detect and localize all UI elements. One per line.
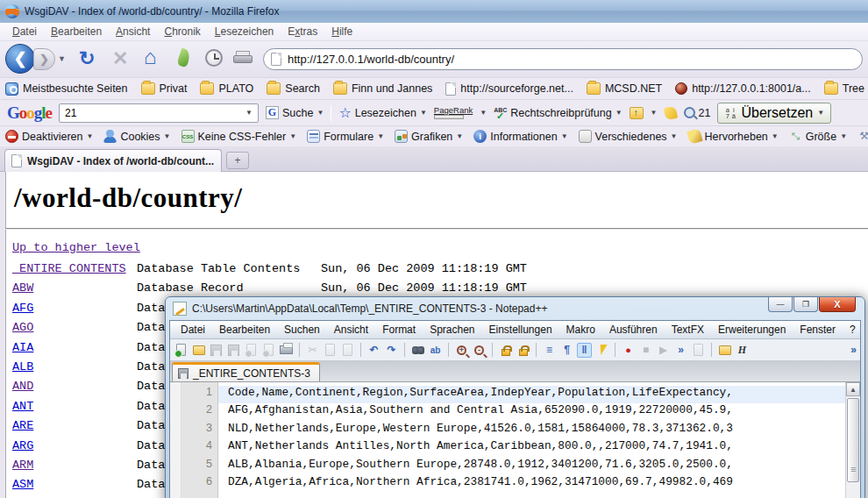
np-menu-item-sprachen[interactable]: Sprachen xyxy=(423,322,481,338)
vertical-scrollbar[interactable]: ▲ xyxy=(845,382,860,498)
url-bar[interactable]: http://127.0.0.1/world-db/country/ xyxy=(263,48,863,70)
reload-icon[interactable]: ↻ xyxy=(79,47,95,70)
menu-item-extras[interactable]: Extras xyxy=(281,24,324,39)
webdev-item[interactable]: Deaktivieren▼ xyxy=(5,130,93,143)
search-dropdown-icon[interactable]: ▼ xyxy=(245,109,253,117)
spellcheck-button[interactable]: ABC✓ Rechtschreibprüfung ▼ xyxy=(494,107,622,119)
entry-link-AFG[interactable]: AFG xyxy=(12,302,33,315)
np-menu-item-help[interactable]: ? xyxy=(843,322,861,338)
find-count[interactable]: 21 xyxy=(684,107,711,119)
entry-link-ANT[interactable]: ANT xyxy=(12,400,33,413)
url-text[interactable]: http://127.0.0.1/world-db/country/ xyxy=(288,53,454,66)
np-menu-item-bearbeiten[interactable]: Bearbeiten xyxy=(212,322,277,338)
editor-line[interactable]: ALB,Albania,Europe,Southern Europe,28748… xyxy=(218,458,860,475)
open-folder-icon[interactable] xyxy=(191,343,206,358)
sync-h-icon[interactable] xyxy=(516,343,530,358)
highlighter-icon[interactable] xyxy=(663,105,677,119)
entry-link-ARM[interactable]: ARM xyxy=(12,459,33,472)
webdev-item[interactable]: ⚒Extras▼ xyxy=(857,130,868,143)
menu-item-hilfe[interactable]: Hilfe xyxy=(324,24,359,39)
webdev-item[interactable]: iInformationen▼ xyxy=(473,130,567,143)
text-area[interactable]: Code,Name,Continent,Region,SurfaceArea,I… xyxy=(218,382,860,498)
webdev-item[interactable]: Hervorheben▼ xyxy=(688,130,779,143)
bookmark-item[interactable]: http://127.0.0.1:8001/a... xyxy=(675,82,811,95)
up-to-higher-level-link[interactable]: Up to higher level xyxy=(12,241,140,254)
editor-line[interactable]: DZA,Algeria,Africa,Northern Africa,23817… xyxy=(218,475,860,493)
np-menu-item-ausführen[interactable]: Ausführen xyxy=(602,322,665,338)
webdev-item[interactable]: Formulare▼ xyxy=(307,130,384,143)
open-session-icon[interactable] xyxy=(717,343,732,358)
record-macro-icon[interactable]: ● xyxy=(621,343,636,358)
np-menu-item-ansicht[interactable]: Ansicht xyxy=(327,322,375,338)
bookmark-item[interactable]: Meistbesuchte Seiten xyxy=(5,82,128,96)
google-search-box[interactable]: ▼ xyxy=(59,103,259,123)
bookmark-item[interactable]: MCSD.NET xyxy=(587,82,662,95)
undo-icon[interactable]: ↶ xyxy=(366,343,381,358)
entry-link-AGO[interactable]: AGO xyxy=(12,321,33,334)
np-menu-item-fenster[interactable]: Fenster xyxy=(793,322,843,338)
entry-link-ALB[interactable]: ALB xyxy=(12,360,33,374)
notepad-tab[interactable]: _ENTIRE_CONTENTS-3 xyxy=(172,362,320,381)
np-menu-item-makro[interactable]: Makro xyxy=(559,322,602,338)
entry-link-AND[interactable]: AND xyxy=(12,380,33,393)
show-all-chars-icon[interactable]: ¶ xyxy=(559,343,574,358)
sync-v-icon[interactable] xyxy=(498,343,513,358)
notepad-editor[interactable]: 123456 Code,Name,Continent,Region,Surfac… xyxy=(170,382,860,498)
new-tab-button[interactable]: + xyxy=(226,152,249,169)
menu-item-ansicht[interactable]: Ansicht xyxy=(109,24,157,39)
run-multi-icon[interactable]: » xyxy=(673,343,688,358)
webdev-item[interactable]: Grafiken▼ xyxy=(395,130,463,143)
np-menu-item-erweiterungen[interactable]: Erweiterungen xyxy=(711,322,793,338)
menu-item-chronik[interactable]: Chronik xyxy=(157,24,207,39)
editor-line[interactable]: AFG,Afghanistan,Asia,Southern and Centra… xyxy=(218,403,860,421)
entry-link-ABW[interactable]: ABW xyxy=(12,281,33,295)
caret-icon[interactable]: ▼ xyxy=(651,109,658,117)
forward-button[interactable]: ❯ xyxy=(33,48,55,70)
scroll-up-icon[interactable]: ▲ xyxy=(846,382,860,396)
bookmark-item[interactable]: PLATO xyxy=(200,82,253,95)
google-lesezeichen-button[interactable]: ☆ Lesezeichen ▼ xyxy=(338,104,426,121)
bookmark-item[interactable]: Tree Samples xyxy=(824,82,868,95)
np-menu-item-suchen[interactable]: Suchen xyxy=(277,322,327,338)
np-menu-item-textfx[interactable]: TextFX xyxy=(665,322,711,338)
entry-link-AIA[interactable]: AIA xyxy=(12,341,33,354)
tab-wsgidav[interactable]: WsgiDAV - Index of /world-db/count... xyxy=(4,149,222,172)
editor-line[interactable]: ANT,Netherlands Antilles,North America,C… xyxy=(218,439,860,457)
np-menu-item-einstellungen[interactable]: Einstellungen xyxy=(482,322,559,338)
np-menu-item-datei[interactable]: Datei xyxy=(174,322,212,338)
editor-line[interactable]: NLD,Netherlands,Europe,Western Europe,41… xyxy=(218,422,860,439)
zoom-in-icon[interactable]: + xyxy=(454,343,469,358)
print-icon[interactable] xyxy=(279,343,294,358)
caret-icon[interactable]: ▼ xyxy=(480,109,487,117)
webdev-item[interactable]: CSSKeine CSS-Fehler▼ xyxy=(181,130,297,143)
back-button[interactable]: ❮ xyxy=(5,44,35,74)
print-icon[interactable] xyxy=(233,51,253,65)
entry-link-ARG[interactable]: ARG xyxy=(12,439,33,452)
close-button[interactable]: X xyxy=(819,297,856,312)
home-icon[interactable]: ⌂ xyxy=(144,46,157,68)
redo-icon[interactable]: ↷ xyxy=(384,343,399,358)
translate-button[interactable]: ai7ä Übersetzen ▼ xyxy=(717,103,831,124)
scrollbar-thumb[interactable] xyxy=(847,398,859,482)
menu-item-datei[interactable]: Datei xyxy=(5,24,44,39)
find-icon[interactable] xyxy=(410,343,425,358)
entry-link-_ENTIRE_CONTENTS[interactable]: _ENTIRE_CONTENTS xyxy=(12,262,126,275)
zoom-out-icon[interactable]: - xyxy=(472,343,487,358)
send-to-icon[interactable] xyxy=(630,107,644,119)
entry-link-ASM[interactable]: ASM xyxy=(12,478,33,491)
editor-line[interactable]: Code,Name,Continent,Region,SurfaceArea,I… xyxy=(218,386,860,403)
history-dropdown-icon[interactable]: ▼ xyxy=(58,54,66,63)
bookmark-item[interactable]: Search xyxy=(267,82,320,95)
replace-icon[interactable]: ab xyxy=(428,343,443,358)
html-icon[interactable]: H xyxy=(735,343,750,358)
restore-button[interactable]: ❐ xyxy=(793,297,818,312)
minimize-button[interactable]: — xyxy=(768,297,793,312)
bookmark-item[interactable]: Finn und Jannes xyxy=(333,82,432,95)
leaf-extension-icon[interactable] xyxy=(176,48,192,68)
entry-link-ARE[interactable]: ARE xyxy=(12,419,33,432)
word-wrap-icon[interactable]: ≡ xyxy=(542,343,557,358)
webdev-item[interactable]: Cookies▼ xyxy=(103,130,170,143)
pagerank-indicator[interactable]: PageRank xyxy=(434,106,473,119)
bookmark-item[interactable]: Privat xyxy=(141,82,188,95)
google-search-input[interactable] xyxy=(65,107,227,119)
